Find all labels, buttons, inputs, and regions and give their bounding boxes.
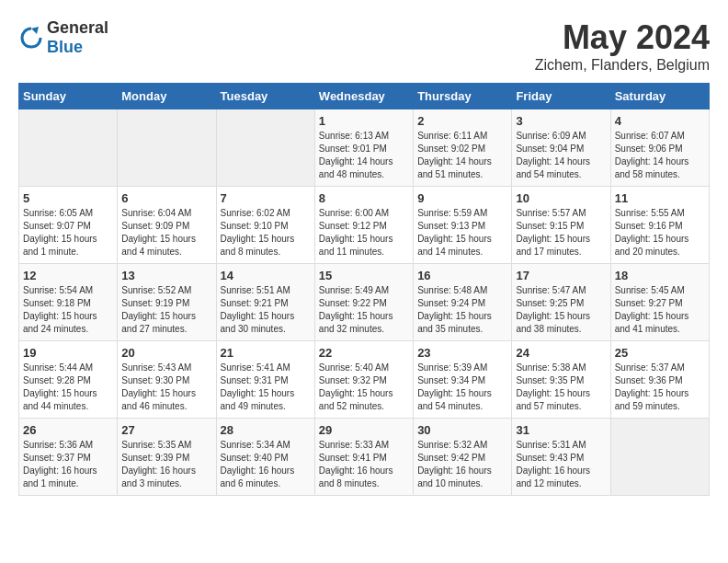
- logo: General Blue: [18, 18, 108, 57]
- day-detail: Sunrise: 5:51 AM Sunset: 9:21 PM Dayligh…: [221, 284, 311, 336]
- logo-text: General Blue: [47, 18, 108, 57]
- calendar-cell: 8Sunrise: 6:00 AM Sunset: 9:12 PM Daylig…: [314, 187, 413, 264]
- calendar-header-row: SundayMondayTuesdayWednesdayThursdayFrid…: [19, 84, 710, 109]
- day-detail: Sunrise: 5:57 AM Sunset: 9:15 PM Dayligh…: [516, 207, 606, 259]
- header-monday: Monday: [118, 84, 216, 109]
- day-detail: Sunrise: 5:48 AM Sunset: 9:24 PM Dayligh…: [417, 284, 507, 336]
- day-detail: Sunrise: 5:45 AM Sunset: 9:27 PM Dayligh…: [615, 284, 705, 336]
- day-detail: Sunrise: 5:41 AM Sunset: 9:31 PM Dayligh…: [221, 362, 311, 413]
- day-number: 18: [615, 269, 705, 282]
- calendar-cell: 16Sunrise: 5:48 AM Sunset: 9:24 PM Dayli…: [414, 264, 512, 341]
- calendar-cell: 24Sunrise: 5:38 AM Sunset: 9:35 PM Dayli…: [512, 341, 610, 419]
- day-detail: Sunrise: 6:09 AM Sunset: 9:04 PM Dayligh…: [516, 130, 606, 181]
- day-detail: Sunrise: 5:37 AM Sunset: 9:36 PM Dayligh…: [615, 362, 705, 413]
- day-detail: Sunrise: 6:02 AM Sunset: 9:10 PM Dayligh…: [221, 207, 311, 259]
- day-detail: Sunrise: 5:33 AM Sunset: 9:41 PM Dayligh…: [319, 439, 409, 490]
- header-sunday: Sunday: [19, 84, 118, 109]
- day-detail: Sunrise: 5:36 AM Sunset: 9:37 PM Dayligh…: [23, 439, 113, 490]
- calendar-cell: 28Sunrise: 5:34 AM Sunset: 9:40 PM Dayli…: [216, 419, 314, 496]
- header-wednesday: Wednesday: [314, 84, 413, 109]
- calendar-cell: 19Sunrise: 5:44 AM Sunset: 9:28 PM Dayli…: [19, 341, 118, 419]
- day-detail: Sunrise: 5:35 AM Sunset: 9:39 PM Dayligh…: [121, 439, 211, 490]
- day-number: 19: [23, 346, 113, 360]
- calendar-cell: 17Sunrise: 5:47 AM Sunset: 9:25 PM Dayli…: [512, 264, 610, 341]
- calendar-cell: 29Sunrise: 5:33 AM Sunset: 9:41 PM Dayli…: [314, 419, 413, 496]
- calendar-cell: [19, 109, 118, 187]
- week-row-4: 19Sunrise: 5:44 AM Sunset: 9:28 PM Dayli…: [19, 341, 710, 419]
- day-detail: Sunrise: 5:54 AM Sunset: 9:18 PM Dayligh…: [23, 284, 113, 336]
- day-detail: Sunrise: 6:05 AM Sunset: 9:07 PM Dayligh…: [23, 207, 113, 259]
- day-number: 13: [121, 269, 211, 282]
- day-number: 10: [516, 191, 606, 205]
- calendar-cell: [216, 109, 314, 187]
- calendar-cell: 30Sunrise: 5:32 AM Sunset: 9:42 PM Dayli…: [414, 419, 512, 496]
- calendar-cell: 4Sunrise: 6:07 AM Sunset: 9:06 PM Daylig…: [610, 109, 709, 187]
- day-number: 5: [23, 191, 113, 205]
- week-row-3: 12Sunrise: 5:54 AM Sunset: 9:18 PM Dayli…: [19, 264, 710, 341]
- calendar-cell: [118, 109, 216, 187]
- day-number: 28: [221, 423, 311, 437]
- day-number: 4: [615, 114, 705, 128]
- calendar-cell: 15Sunrise: 5:49 AM Sunset: 9:22 PM Dayli…: [314, 264, 413, 341]
- day-detail: Sunrise: 5:59 AM Sunset: 9:13 PM Dayligh…: [417, 207, 507, 259]
- calendar-cell: 31Sunrise: 5:31 AM Sunset: 9:43 PM Dayli…: [512, 419, 610, 496]
- calendar-cell: 27Sunrise: 5:35 AM Sunset: 9:39 PM Dayli…: [118, 419, 216, 496]
- calendar-cell: 1Sunrise: 6:13 AM Sunset: 9:01 PM Daylig…: [314, 109, 413, 187]
- calendar-cell: 5Sunrise: 6:05 AM Sunset: 9:07 PM Daylig…: [19, 187, 118, 264]
- day-number: 21: [221, 346, 311, 360]
- week-row-5: 26Sunrise: 5:36 AM Sunset: 9:37 PM Dayli…: [19, 419, 710, 496]
- day-number: 14: [221, 269, 311, 282]
- week-row-2: 5Sunrise: 6:05 AM Sunset: 9:07 PM Daylig…: [19, 187, 710, 264]
- header-saturday: Saturday: [610, 84, 709, 109]
- calendar-cell: 7Sunrise: 6:02 AM Sunset: 9:10 PM Daylig…: [216, 187, 314, 264]
- calendar-cell: 2Sunrise: 6:11 AM Sunset: 9:02 PM Daylig…: [414, 109, 512, 187]
- calendar-cell: 21Sunrise: 5:41 AM Sunset: 9:31 PM Dayli…: [216, 341, 314, 419]
- day-detail: Sunrise: 5:40 AM Sunset: 9:32 PM Dayligh…: [319, 362, 409, 413]
- calendar-cell: [610, 419, 709, 496]
- month-title: May 2024: [535, 18, 710, 57]
- logo-blue: Blue: [47, 38, 83, 56]
- day-detail: Sunrise: 5:43 AM Sunset: 9:30 PM Dayligh…: [121, 362, 211, 413]
- day-detail: Sunrise: 5:47 AM Sunset: 9:25 PM Dayligh…: [516, 284, 606, 336]
- title-block: May 2024 Zichem, Flanders, Belgium: [535, 18, 710, 74]
- day-number: 8: [319, 191, 409, 205]
- day-number: 3: [516, 114, 606, 128]
- calendar-cell: 9Sunrise: 5:59 AM Sunset: 9:13 PM Daylig…: [414, 187, 512, 264]
- calendar-cell: 14Sunrise: 5:51 AM Sunset: 9:21 PM Dayli…: [216, 264, 314, 341]
- day-number: 20: [121, 346, 211, 360]
- day-detail: Sunrise: 5:49 AM Sunset: 9:22 PM Dayligh…: [319, 284, 409, 336]
- calendar-cell: 25Sunrise: 5:37 AM Sunset: 9:36 PM Dayli…: [610, 341, 709, 419]
- calendar-cell: 22Sunrise: 5:40 AM Sunset: 9:32 PM Dayli…: [314, 341, 413, 419]
- header-friday: Friday: [512, 84, 610, 109]
- calendar-table: SundayMondayTuesdayWednesdayThursdayFrid…: [18, 83, 710, 496]
- header-tuesday: Tuesday: [216, 84, 314, 109]
- calendar-cell: 23Sunrise: 5:39 AM Sunset: 9:34 PM Dayli…: [414, 341, 512, 419]
- logo-general: General: [47, 18, 108, 37]
- week-row-1: 1Sunrise: 6:13 AM Sunset: 9:01 PM Daylig…: [19, 109, 710, 187]
- day-detail: Sunrise: 6:00 AM Sunset: 9:12 PM Dayligh…: [319, 207, 409, 259]
- calendar-cell: 12Sunrise: 5:54 AM Sunset: 9:18 PM Dayli…: [19, 264, 118, 341]
- page-header: General Blue May 2024 Zichem, Flanders, …: [18, 18, 710, 74]
- calendar-cell: 26Sunrise: 5:36 AM Sunset: 9:37 PM Dayli…: [19, 419, 118, 496]
- day-detail: Sunrise: 5:38 AM Sunset: 9:35 PM Dayligh…: [516, 362, 606, 413]
- day-detail: Sunrise: 5:32 AM Sunset: 9:42 PM Dayligh…: [417, 439, 507, 490]
- day-number: 22: [319, 346, 409, 360]
- day-number: 2: [417, 114, 507, 128]
- day-number: 25: [615, 346, 705, 360]
- day-number: 24: [516, 346, 606, 360]
- calendar-cell: 10Sunrise: 5:57 AM Sunset: 9:15 PM Dayli…: [512, 187, 610, 264]
- day-number: 30: [417, 423, 507, 437]
- calendar-cell: 11Sunrise: 5:55 AM Sunset: 9:16 PM Dayli…: [610, 187, 709, 264]
- day-detail: Sunrise: 5:39 AM Sunset: 9:34 PM Dayligh…: [417, 362, 507, 413]
- day-number: 12: [23, 269, 113, 282]
- day-number: 15: [319, 269, 409, 282]
- day-number: 17: [516, 269, 606, 282]
- calendar-cell: 20Sunrise: 5:43 AM Sunset: 9:30 PM Dayli…: [118, 341, 216, 419]
- day-number: 1: [319, 114, 409, 128]
- day-detail: Sunrise: 6:13 AM Sunset: 9:01 PM Dayligh…: [319, 130, 409, 181]
- day-number: 9: [417, 191, 507, 205]
- day-number: 7: [221, 191, 311, 205]
- calendar-cell: 3Sunrise: 6:09 AM Sunset: 9:04 PM Daylig…: [512, 109, 610, 187]
- day-detail: Sunrise: 5:44 AM Sunset: 9:28 PM Dayligh…: [23, 362, 113, 413]
- day-detail: Sunrise: 5:55 AM Sunset: 9:16 PM Dayligh…: [615, 207, 705, 259]
